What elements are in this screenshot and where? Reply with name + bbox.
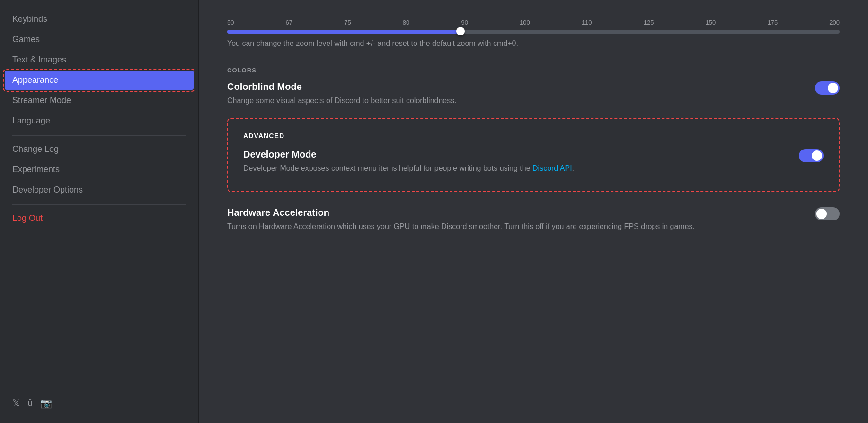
zoom-hint: You can change the zoom level with cmd +… — [227, 39, 840, 48]
hardware-acceleration-toggle[interactable] — [815, 207, 840, 220]
zoom-label-125: 125 — [644, 19, 654, 26]
zoom-label-50: 50 — [227, 19, 234, 26]
advanced-box: ADVANCED Developer Mode Developer Mode e… — [227, 118, 840, 192]
developer-mode-info: Developer Mode Developer Mode exposes co… — [243, 149, 799, 174]
colorblind-mode-row: Colorblind Mode Change some visual aspec… — [227, 81, 840, 106]
zoom-slider[interactable] — [227, 30, 840, 34]
zoom-label-80: 80 — [403, 19, 409, 26]
colors-section-label: COLORS — [227, 67, 840, 74]
zoom-label-100: 100 — [520, 19, 530, 26]
zoom-label-90: 90 — [461, 19, 468, 26]
sidebar: Keybinds Games Text & Images Appearance … — [0, 0, 199, 423]
developer-mode-row: Developer Mode Developer Mode exposes co… — [243, 149, 824, 174]
slider-labels: 50 67 75 80 90 100 110 125 150 175 200 — [227, 19, 840, 26]
instagram-icon[interactable]: 📷 — [40, 397, 52, 409]
developer-mode-desc-prefix: Developer Mode exposes context menu item… — [243, 164, 532, 172]
advanced-section-title: ADVANCED — [243, 132, 824, 140]
colorblind-mode-desc: Change some visual aspects of Discord to… — [227, 95, 796, 106]
colorblind-mode-toggle-knob — [828, 83, 838, 93]
social-icons: 𝕏 û 📷 — [5, 393, 194, 414]
sidebar-item-streamer-mode[interactable]: Streamer Mode — [5, 91, 194, 110]
twitter-icon[interactable]: 𝕏 — [12, 397, 20, 409]
developer-mode-desc-suffix: . — [572, 164, 574, 172]
developer-mode-title: Developer Mode — [243, 149, 780, 160]
zoom-label-200: 200 — [829, 19, 840, 26]
slider-thumb[interactable] — [456, 27, 465, 35]
sidebar-item-games[interactable]: Games — [5, 30, 194, 49]
developer-mode-toggle-knob — [812, 150, 822, 161]
hardware-acceleration-toggle-knob — [816, 209, 827, 219]
hardware-section: Hardware Acceleration Turns on Hardware … — [227, 207, 840, 232]
hardware-acceleration-row: Hardware Acceleration Turns on Hardware … — [227, 207, 840, 232]
sidebar-divider-2 — [12, 204, 186, 205]
sidebar-item-experiments[interactable]: Experiments — [5, 160, 194, 179]
colorblind-mode-toggle[interactable] — [815, 81, 840, 95]
colorblind-mode-title: Colorblind Mode — [227, 81, 796, 92]
zoom-label-150: 150 — [706, 19, 716, 26]
facebook-icon[interactable]: û — [27, 397, 33, 409]
hardware-acceleration-title: Hardware Acceleration — [227, 207, 796, 218]
zoom-label-175: 175 — [767, 19, 778, 26]
hardware-acceleration-desc: Turns on Hardware Acceleration which use… — [227, 221, 796, 232]
sidebar-item-developer-options[interactable]: Developer Options — [5, 180, 194, 200]
sidebar-item-language[interactable]: Language — [5, 111, 194, 131]
zoom-label-110: 110 — [582, 19, 592, 26]
sidebar-item-change-log[interactable]: Change Log — [5, 140, 194, 159]
zoom-label-67: 67 — [286, 19, 292, 26]
sidebar-item-keybinds[interactable]: Keybinds — [5, 9, 194, 29]
slider-fill — [227, 30, 460, 34]
hardware-acceleration-info: Hardware Acceleration Turns on Hardware … — [227, 207, 815, 232]
discord-api-link[interactable]: Discord API — [532, 164, 572, 172]
sidebar-item-text-images[interactable]: Text & Images — [5, 50, 194, 70]
logout-button[interactable]: Log Out — [5, 209, 194, 228]
sidebar-divider-3 — [12, 233, 186, 233]
developer-mode-desc: Developer Mode exposes context menu item… — [243, 163, 780, 174]
sidebar-divider-1 — [12, 135, 186, 136]
colorblind-mode-info: Colorblind Mode Change some visual aspec… — [227, 81, 815, 106]
sidebar-item-appearance[interactable]: Appearance — [5, 70, 194, 90]
zoom-label-75: 75 — [344, 19, 351, 26]
zoom-section: 50 67 75 80 90 100 110 125 150 175 200 Y… — [227, 19, 840, 48]
main-content: 50 67 75 80 90 100 110 125 150 175 200 Y… — [199, 0, 868, 423]
developer-mode-toggle[interactable] — [799, 149, 824, 162]
